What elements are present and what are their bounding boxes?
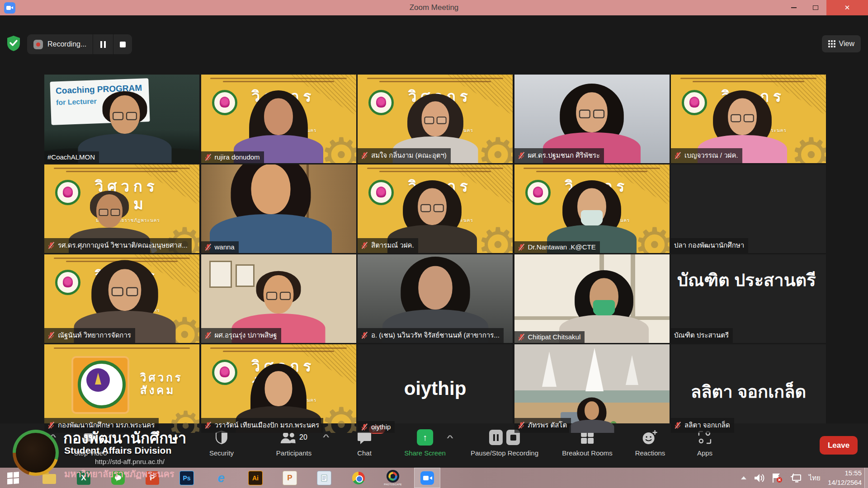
participant-tile[interactable]: Coaching PROGRAMfor Lecturer#CoachALMON	[44, 75, 199, 163]
participant-display-name: oiythip	[358, 378, 513, 399]
participant-tile[interactable]: วิศวกรสังคมมหาวิทยาลัยราชภัฏพระนคร⚙⚙เบญจ…	[671, 75, 826, 163]
stop-video-button[interactable]: ^ Stop Video	[74, 429, 107, 457]
action-center-flag-icon[interactable]	[772, 473, 783, 483]
participant-tile[interactable]: วิศวกรสังคมมหาวิทยาลัยราชภัฏพระนคร⚙⚙ณัฐน…	[44, 254, 199, 343]
muted-mic-icon	[361, 242, 368, 249]
language-indicator[interactable]: ไทย	[809, 473, 821, 483]
chat-button[interactable]: 99+ Chat	[357, 429, 372, 457]
stop-video-label: Stop Video	[74, 449, 107, 457]
minimize-button[interactable]	[783, 0, 805, 15]
taskbar-app-zoom[interactable]	[414, 468, 440, 488]
participant-name-label: oiythip	[358, 421, 395, 433]
participant-tile[interactable]: oiythipoiythip	[358, 344, 513, 433]
illustrator-icon: Ai	[248, 471, 263, 485]
muted-mic-icon	[518, 244, 525, 251]
taskbar-app-excel[interactable]: X	[71, 468, 97, 488]
leave-button[interactable]: Leave	[820, 436, 858, 455]
security-button[interactable]: Security	[209, 429, 234, 457]
show-desktop-button[interactable]	[864, 468, 868, 488]
network-icon[interactable]	[790, 473, 802, 483]
participant-name-label: ณัฐนันท์ วิทยาการจัดการ	[44, 328, 135, 343]
university-seal	[71, 356, 129, 414]
taskbar-app-file-explorer[interactable]	[36, 468, 62, 488]
participant-tile[interactable]: บัณฑิต ประสานตรีบัณฑิต ประสานตรี	[671, 254, 826, 343]
muted-mic-icon	[674, 422, 681, 429]
participants-count: 20	[299, 433, 307, 441]
participant-tile[interactable]: ผศ.ดร.ปฐมชนก ศิริพัชระ	[514, 75, 670, 163]
muted-mic-icon	[674, 152, 681, 159]
muted-mic-icon	[204, 422, 212, 429]
muted-mic-icon	[361, 332, 368, 339]
internet-explorer-icon: e	[214, 471, 228, 485]
participant-tile[interactable]: วิศวกรสังคม⚙กองพัฒนานักศึกษา มรภ.พระนคร	[44, 344, 199, 433]
record-label: Pause/Stop Recording	[471, 449, 538, 457]
hidden-icons-arrow[interactable]	[741, 476, 746, 479]
recording-indicator: Recording...	[27, 34, 132, 54]
unmute-button[interactable]: ^ Unmute	[24, 429, 47, 457]
photoscape-icon	[387, 470, 399, 483]
taskbar-app-chrome[interactable]	[345, 468, 372, 488]
participants-icon	[280, 431, 296, 444]
taskbar-app-illustrator[interactable]: Ai	[242, 468, 269, 488]
taskbar-app-notepad[interactable]	[311, 468, 337, 488]
recording-label: Recording...	[47, 40, 86, 48]
participant-tile[interactable]: วิศวกรสังคมมหาวิทยาลัยราชภัฏพระนคร⚙⚙สิตา…	[358, 164, 513, 253]
participant-tile[interactable]: อ. (เชน) นวินวรัท จิรัสย์ชานนท์ (สาขาการ…	[358, 254, 513, 343]
participant-tile[interactable]: วิศวกรสังคมมหาวิทยาลัยราชภัฏพระนคร⚙⚙วราร…	[201, 344, 356, 433]
taskbar-clock[interactable]: 15:55 14/12/2564	[828, 469, 862, 487]
taskbar-app-powerpoint[interactable]: P	[139, 468, 165, 488]
pause-stop-recording-button[interactable]: Pause/Stop Recording	[471, 429, 538, 457]
reactions-icon	[642, 430, 658, 445]
security-shield-icon[interactable]	[6, 35, 21, 52]
taskbar-app-internet-explorer[interactable]: e	[208, 468, 234, 488]
participant-tile[interactable]: wanna	[201, 164, 356, 253]
pause-recording-button[interactable]	[93, 34, 113, 54]
participants-button[interactable]: 20 ^ Participants	[276, 429, 311, 457]
window-title: Zoom Meeting	[0, 0, 868, 15]
recording-icon	[33, 40, 43, 49]
participant-tile[interactable]: วิศวกรสังคมมหาวิทยาลัยราชภัฏพระนคร⚙⚙สมใจ…	[358, 75, 513, 163]
video-options-chevron[interactable]: ^	[108, 433, 114, 441]
security-label: Security	[209, 449, 234, 457]
share-options-chevron[interactable]: ^	[447, 434, 453, 441]
chrome-icon	[352, 472, 365, 484]
taskbar-app-photoscape[interactable]: PHOTOSCAPE	[380, 468, 406, 488]
volume-icon[interactable]	[754, 474, 764, 483]
share-screen-button[interactable]: ↑ ^ Share Screen	[404, 429, 446, 457]
restore-button[interactable]	[805, 0, 826, 15]
taskbar-app-line[interactable]	[105, 468, 131, 488]
participant-name-label: รศ.ดร.ศุภกาญจน์ วิชานาติ/คณะมนุษยศาส...	[44, 238, 192, 253]
participant-tile[interactable]: ภัทรพร ตัสโต	[514, 344, 670, 433]
apps-button[interactable]: Apps	[697, 429, 712, 457]
participant-tile[interactable]: ปลา กองพัฒนานักศึกษา	[671, 164, 826, 253]
green-messenger-icon	[111, 471, 125, 485]
participant-tile[interactable]: วิศวกรสังคมมหาวิทยาลัยราชภัฏพระนคร⚙⚙ruji…	[201, 75, 356, 163]
notepad-icon	[317, 471, 331, 485]
participant-name-label: สมใจ กลิ่นงาม (คณะอุตฯ)	[358, 148, 451, 163]
participant-tile[interactable]: ผศ.อรุณรุ่ง ปภาพสิษฐ	[201, 254, 356, 343]
participant-tile[interactable]: Chitipat Chitsakul	[514, 254, 670, 343]
participant-tile[interactable]: วิศวกรสังคมมหาวิทยาลัยราชภัฏพระนคร⚙⚙รศ.ด…	[44, 164, 199, 253]
stop-recording-button[interactable]	[113, 34, 132, 54]
share-screen-icon: ↑	[417, 429, 433, 446]
taskbar-app-photoshop[interactable]: Ps	[174, 468, 200, 488]
participant-name-label: ผศ.ดร.ปฐมชนก ศิริพัชระ	[514, 148, 604, 163]
photoshop-icon: Ps	[179, 471, 194, 485]
reactions-button[interactable]: Reactions	[635, 429, 665, 457]
participant-avatar	[203, 164, 339, 253]
participant-display-name: บัณฑิต ประสานตรี	[671, 266, 826, 294]
close-button[interactable]: ✕	[826, 0, 868, 15]
taskbar-app-start[interactable]	[0, 468, 26, 488]
participant-tile[interactable]: ลลิตา จอกเกล็ดลลิตา จอกเกล็ด	[671, 344, 826, 433]
taskbar-app-pdf-viewer[interactable]: P	[277, 468, 303, 488]
participant-name-label: กองพัฒนานักศึกษา มรภ.พระนคร	[44, 418, 159, 433]
meeting-area: Recording... View Coaching PROGRAMfor Le…	[0, 15, 868, 468]
breakout-rooms-label: Breakout Rooms	[562, 449, 613, 457]
participants-label: Participants	[276, 449, 311, 457]
view-label: View	[839, 40, 854, 48]
participants-chevron[interactable]: ^	[323, 433, 330, 441]
participant-tile[interactable]: วิศวกรสังคมมหาวิทยาลัยราชภัฏพระนคร⚙⚙Dr.N…	[514, 164, 670, 253]
view-button[interactable]: View	[822, 35, 861, 52]
breakout-rooms-button[interactable]: Breakout Rooms	[562, 429, 613, 457]
audio-options-chevron[interactable]: ^	[49, 433, 56, 441]
